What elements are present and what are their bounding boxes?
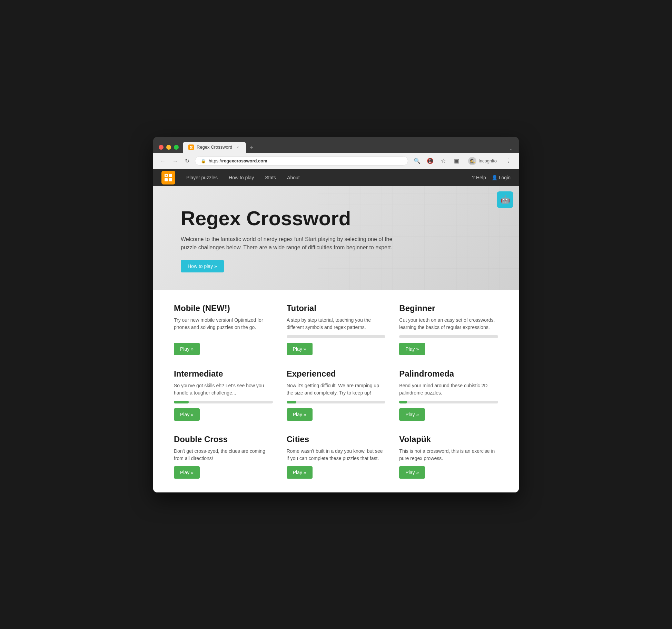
address-input[interactable]: 🔒 https://regexcrossword.com bbox=[195, 156, 408, 166]
svg-rect-5 bbox=[169, 178, 172, 181]
puzzle-card: CitiesRome wasn't built in a day you kno… bbox=[287, 435, 386, 479]
how-to-play-button[interactable]: How to play » bbox=[181, 260, 224, 272]
progress-bar bbox=[399, 335, 498, 338]
active-tab[interactable]: Regex Crossword × bbox=[183, 142, 246, 153]
puzzle-card-desc: This is not a crossword, this is an exer… bbox=[399, 448, 498, 462]
puzzle-card-title: Beginner bbox=[399, 303, 498, 313]
more-button[interactable]: ⋮ bbox=[504, 156, 513, 166]
forward-icon: → bbox=[172, 158, 178, 164]
play-button[interactable]: Play » bbox=[399, 343, 425, 355]
puzzle-card-desc: Cut your teeth on an easy set of crosswo… bbox=[399, 317, 498, 331]
nav-about[interactable]: About bbox=[281, 169, 305, 186]
site-nav: Player puzzles How to play Stats About ?… bbox=[153, 169, 519, 186]
puzzle-card-desc: Now it's getting difficult. We are rampi… bbox=[287, 382, 386, 397]
new-tab-button[interactable]: + bbox=[247, 143, 256, 153]
login-icon: 👤 bbox=[492, 175, 497, 180]
puzzle-card: TutorialA step by step tutorial, teachin… bbox=[287, 303, 386, 355]
puzzle-card: PalindromedaBend your mind around these … bbox=[399, 369, 498, 421]
progress-bar bbox=[399, 401, 498, 403]
nav-stats[interactable]: Stats bbox=[259, 169, 281, 186]
chat-widget-button[interactable]: 🤖 bbox=[497, 191, 513, 208]
puzzle-card: Double CrossDon't get cross-eyed, the cl… bbox=[174, 435, 273, 479]
lock-icon: 🔒 bbox=[201, 159, 206, 163]
nav-right: ? Help 👤 Login bbox=[472, 175, 511, 180]
minimize-window-button[interactable] bbox=[166, 145, 171, 150]
main-content: Mobile (NEW!)Try our new mobile version!… bbox=[153, 290, 519, 492]
play-button[interactable]: Play » bbox=[287, 466, 313, 479]
svg-rect-3 bbox=[169, 174, 172, 177]
svg-rect-4 bbox=[165, 178, 168, 181]
puzzle-card-desc: So you've got skills eh? Let's see how y… bbox=[174, 382, 273, 397]
tab-close-button[interactable]: × bbox=[235, 144, 240, 150]
play-button[interactable]: Play » bbox=[399, 408, 425, 421]
puzzle-card-desc: Don't get cross-eyed, the clues are comi… bbox=[174, 448, 273, 462]
puzzle-card: VolapükThis is not a crossword, this is … bbox=[399, 435, 498, 479]
puzzle-card: ExperiencedNow it's getting difficult. W… bbox=[287, 369, 386, 421]
puzzle-card: Mobile (NEW!)Try our new mobile version!… bbox=[174, 303, 273, 355]
avatar: 🕵 bbox=[468, 157, 476, 165]
puzzle-card-title: Experienced bbox=[287, 369, 386, 379]
forward-button[interactable]: → bbox=[171, 157, 179, 166]
progress-bar-fill bbox=[174, 401, 189, 403]
progress-bar-fill bbox=[287, 401, 297, 403]
incognito-label: Incognito bbox=[478, 158, 497, 163]
puzzle-card-desc: Rome wasn't built in a day you know, but… bbox=[287, 448, 386, 462]
nav-player-puzzles[interactable]: Player puzzles bbox=[181, 169, 223, 186]
nav-how-to-play[interactable]: How to play bbox=[223, 169, 259, 186]
incognito-badge[interactable]: 🕵 Incognito bbox=[465, 156, 500, 167]
back-icon: ← bbox=[160, 158, 166, 164]
puzzle-card: IntermediateSo you've got skills eh? Let… bbox=[174, 369, 273, 421]
address-plain: https:// bbox=[209, 158, 222, 163]
bookmark-icon[interactable]: ☆ bbox=[438, 156, 448, 166]
site-logo[interactable] bbox=[161, 171, 175, 184]
toolbar-icons: 🔍 📵 ☆ ▣ 🕵 Incognito ⋮ bbox=[412, 156, 513, 167]
tab-chevron-icon[interactable]: ⌄ bbox=[509, 146, 513, 151]
login-label: Login bbox=[499, 175, 511, 180]
browser-window: Regex Crossword × + ⌄ ← → ↻ 🔒 https://re… bbox=[153, 137, 519, 492]
address-text: https://regexcrossword.com bbox=[209, 158, 402, 163]
puzzle-card-title: Double Cross bbox=[174, 435, 273, 444]
close-window-button[interactable] bbox=[159, 145, 164, 150]
hero-subtitle: Welcome to the fantastic world of nerdy … bbox=[181, 235, 395, 252]
title-bar: Regex Crossword × + ⌄ bbox=[153, 137, 519, 153]
play-button[interactable]: Play » bbox=[174, 408, 200, 421]
progress-bar-fill bbox=[399, 401, 407, 403]
refresh-button[interactable]: ↻ bbox=[184, 156, 191, 166]
puzzle-card-title: Palindromeda bbox=[399, 369, 498, 379]
puzzle-grid: Mobile (NEW!)Try our new mobile version!… bbox=[174, 303, 498, 479]
play-button[interactable]: Play » bbox=[399, 466, 425, 479]
play-button[interactable]: Play » bbox=[287, 408, 313, 421]
puzzle-card: BeginnerCut your teeth on an easy set of… bbox=[399, 303, 498, 355]
address-bold: regexcrossword.com bbox=[222, 158, 267, 163]
puzzle-card-title: Volapük bbox=[399, 435, 498, 444]
hero-title: Regex Crossword bbox=[181, 207, 491, 230]
puzzle-card-title: Tutorial bbox=[287, 303, 386, 313]
progress-bar bbox=[287, 335, 386, 338]
address-bar: ← → ↻ 🔒 https://regexcrossword.com 🔍 📵 ☆… bbox=[153, 153, 519, 169]
tab-end: ⌄ bbox=[257, 146, 513, 153]
back-button[interactable]: ← bbox=[159, 157, 167, 166]
page-wrapper: Player puzzles How to play Stats About ?… bbox=[153, 169, 519, 492]
nav-help[interactable]: ? Help bbox=[472, 175, 486, 180]
progress-bar bbox=[174, 401, 273, 403]
play-button[interactable]: Play » bbox=[287, 343, 313, 355]
chat-icon: 🤖 bbox=[501, 195, 510, 204]
nav-login[interactable]: 👤 Login bbox=[492, 175, 511, 180]
puzzle-card-desc: A step by step tutorial, teaching you th… bbox=[287, 317, 386, 331]
camera-off-icon[interactable]: 📵 bbox=[425, 156, 435, 166]
puzzle-card-title: Intermediate bbox=[174, 369, 273, 379]
play-button[interactable]: Play » bbox=[174, 343, 200, 355]
maximize-window-button[interactable] bbox=[174, 145, 179, 150]
traffic-lights bbox=[159, 145, 179, 150]
play-button[interactable]: Play » bbox=[174, 466, 200, 479]
progress-bar bbox=[287, 401, 386, 403]
tab-favicon bbox=[188, 144, 194, 150]
zoom-icon[interactable]: 🔍 bbox=[412, 156, 422, 166]
puzzle-card-desc: Bend your mind around these cubistic 2D … bbox=[399, 382, 498, 397]
hero: Regex Crossword Welcome to the fantastic… bbox=[153, 186, 519, 290]
puzzle-card-title: Cities bbox=[287, 435, 386, 444]
refresh-icon: ↻ bbox=[185, 158, 189, 164]
nav-links: Player puzzles How to play Stats About bbox=[181, 169, 472, 186]
tab-bar: Regex Crossword × + ⌄ bbox=[183, 142, 513, 153]
split-view-icon[interactable]: ▣ bbox=[452, 156, 461, 166]
